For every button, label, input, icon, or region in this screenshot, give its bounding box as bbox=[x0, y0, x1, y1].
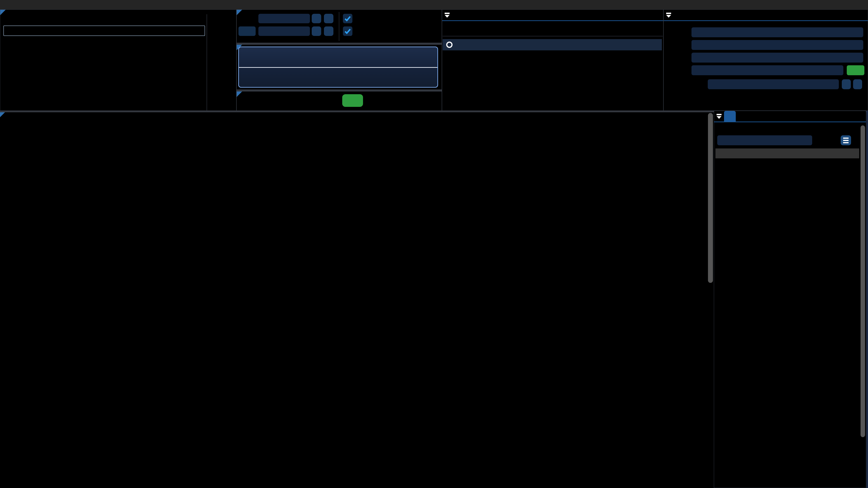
effect-list-panel bbox=[714, 111, 866, 488]
step-plus-button[interactable] bbox=[324, 26, 333, 36]
pattern-scrollbar[interactable] bbox=[708, 113, 713, 283]
play-edit-controls-panel bbox=[237, 9, 442, 43]
tuning-input[interactable] bbox=[708, 79, 839, 89]
step-label[interactable] bbox=[239, 26, 256, 36]
poly-button[interactable] bbox=[342, 94, 363, 107]
tab-underline bbox=[664, 20, 868, 21]
instruments-panel bbox=[442, 9, 663, 111]
tab-list-icon[interactable] bbox=[442, 10, 452, 20]
search-input[interactable] bbox=[717, 135, 812, 145]
divider bbox=[442, 36, 663, 36]
check-icon bbox=[344, 28, 351, 35]
tab-effect-list[interactable] bbox=[724, 111, 736, 122]
follow-orders-checkbox[interactable] bbox=[343, 14, 352, 23]
circle-outline-icon bbox=[446, 41, 453, 48]
tab-underline bbox=[714, 122, 866, 122]
instrument-list-item[interactable] bbox=[442, 39, 662, 51]
auto-system-button[interactable] bbox=[847, 65, 864, 75]
pattern-editor[interactable] bbox=[0, 112, 707, 488]
divider bbox=[339, 12, 339, 41]
song-info-tab-bar bbox=[664, 10, 868, 20]
window-corner-decoration bbox=[0, 112, 5, 117]
oscilloscope-panel bbox=[237, 44, 442, 90]
order-row-selection[interactable] bbox=[3, 26, 205, 36]
play-controls-panel bbox=[237, 91, 442, 111]
step-minus-button[interactable] bbox=[312, 26, 321, 36]
album-field[interactable] bbox=[691, 53, 863, 63]
octave-minus-button[interactable] bbox=[312, 14, 321, 23]
oscilloscope[interactable] bbox=[238, 46, 438, 88]
check-icon bbox=[344, 15, 351, 22]
system-field[interactable] bbox=[691, 65, 843, 75]
effect-list-scrollbar[interactable] bbox=[861, 125, 865, 437]
menu-bar bbox=[0, 0, 868, 9]
octave-plus-button[interactable] bbox=[324, 14, 333, 23]
effect-list-tab-bar bbox=[714, 111, 866, 122]
dock-separator[interactable] bbox=[237, 43, 442, 44]
octave-input[interactable] bbox=[258, 14, 310, 23]
window-corner-decoration bbox=[237, 92, 242, 97]
tab-list-icon[interactable] bbox=[714, 111, 724, 122]
follow-pattern-checkbox[interactable] bbox=[343, 26, 352, 36]
tab-list-icon[interactable] bbox=[664, 10, 674, 20]
window-corner-decoration bbox=[0, 10, 6, 15]
author-field[interactable] bbox=[691, 40, 863, 50]
oscilloscope-center-line bbox=[239, 67, 437, 68]
tab-underline bbox=[442, 20, 663, 21]
step-input[interactable] bbox=[258, 26, 310, 36]
divider bbox=[207, 14, 207, 113]
orders-panel bbox=[0, 9, 237, 111]
hamburger-menu-icon[interactable] bbox=[841, 135, 851, 145]
tuning-minus-button[interactable] bbox=[842, 79, 851, 89]
tuning-plus-button[interactable] bbox=[853, 79, 862, 89]
name-field[interactable] bbox=[691, 27, 863, 37]
window-corner-decoration bbox=[237, 10, 242, 15]
dock-edge bbox=[866, 111, 868, 488]
furnace-tracker-window bbox=[0, 0, 868, 488]
instruments-tab-bar bbox=[442, 10, 663, 20]
song-info-panel bbox=[663, 9, 868, 111]
dock-separator[interactable] bbox=[237, 90, 442, 91]
effect-table-header bbox=[715, 149, 859, 158]
